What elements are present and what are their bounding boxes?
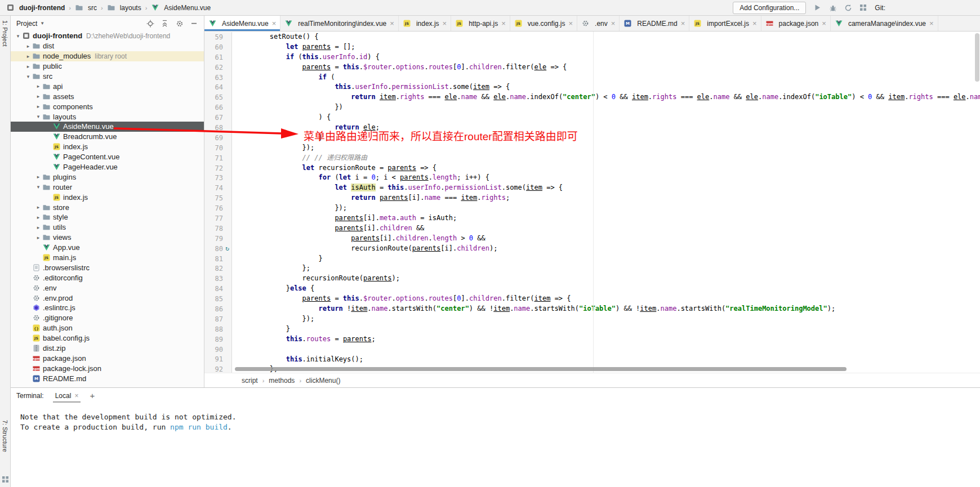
code-area[interactable]: 5960616263646566676869707172737475767778… [204, 32, 980, 373]
gutter-line-66[interactable]: 66 [204, 102, 231, 113]
tree-item-layouts[interactable]: ▾layouts [11, 111, 204, 122]
tree-item-pagecontent-vue[interactable]: PageContent.vue [11, 152, 204, 162]
editor-tab-env[interactable]: .env× [577, 16, 620, 31]
tree-item-readme-md[interactable]: MREADME.md [11, 373, 204, 383]
gutter-line-88[interactable]: 88 [204, 324, 231, 334]
close-icon[interactable]: × [752, 19, 757, 28]
chevron-down-icon[interactable]: ▾ [24, 74, 32, 79]
git-label[interactable]: Git: [875, 4, 885, 12]
editor-tab-realtimemonitoring-index-vue[interactable]: realTimeMonitoring\index.vue× [280, 16, 399, 31]
chevron-right-icon[interactable]: ▸ [24, 43, 32, 49]
tree-item-src[interactable]: ▾src [11, 72, 204, 82]
close-icon[interactable]: × [74, 392, 78, 400]
chevron-right-icon[interactable]: ▸ [34, 174, 42, 180]
gutter-line-78[interactable]: 78 [204, 224, 231, 234]
tree-item-components[interactable]: ▸components [11, 101, 204, 111]
chevron-right-icon[interactable]: ▸ [34, 104, 42, 109]
add-configuration-button[interactable]: Add Configuration... [733, 2, 806, 14]
gutter-line-85[interactable]: 85 [204, 294, 231, 304]
close-icon[interactable]: × [390, 19, 394, 28]
editor-breadcrumb-item-clickmenu[interactable]: clickMenu() [306, 377, 340, 385]
gutter-line-63[interactable]: 63 [204, 73, 231, 83]
terminal-tab-local[interactable]: Local× [53, 389, 81, 403]
chevron-down-icon[interactable]: ▾ [14, 33, 22, 39]
gutter-line-73[interactable]: 73 [204, 173, 231, 183]
gutter-line-90[interactable]: 90 [204, 345, 231, 355]
chevron-right-icon[interactable]: ▸ [34, 225, 42, 230]
editor-tab-importexcel-js[interactable]: JSimportExcel.js× [689, 16, 761, 31]
vertical-scrollbar[interactable] [975, 33, 979, 82]
tree-item-auth-json[interactable]: {}auth.json [11, 323, 204, 333]
hide-icon[interactable] [190, 19, 198, 28]
gutter-line-82[interactable]: 82 [204, 263, 231, 274]
tree-item-views[interactable]: ▸views [11, 233, 204, 243]
chevron-right-icon[interactable]: ▸ [34, 93, 42, 99]
gutter-line-83[interactable]: 83 [204, 274, 231, 284]
tree-item-pageheader-vue[interactable]: PageHeader.vue [11, 162, 204, 172]
editor-tab-readme-md[interactable]: MREADME.md× [620, 16, 689, 31]
tree-item-eslintrc-js[interactable]: .eslintrc.js [11, 303, 204, 313]
gutter-line-60[interactable]: 60 [204, 42, 231, 52]
project-view-selector[interactable]: Project ▼ [16, 20, 44, 28]
gutter-line-89[interactable]: 89 [204, 334, 231, 345]
tree-item-dist-zip[interactable]: dist.zip [11, 343, 204, 354]
tree-item-babel-config-js[interactable]: JSbabel.config.js [11, 333, 204, 343]
close-icon[interactable]: × [568, 19, 573, 28]
chevron-down-icon[interactable]: ▾ [34, 114, 42, 119]
chevron-right-icon[interactable]: ▸ [34, 235, 42, 240]
gutter-line-71[interactable]: 71 [204, 153, 231, 163]
tree-item-env-prod[interactable]: .env.prod [11, 293, 204, 303]
breadcrumb-item-duoji-frontend[interactable]: duoji-frontend [5, 3, 66, 12]
tree-item-style[interactable]: ▸style [11, 212, 204, 222]
tree-item-package-lock-json[interactable]: npmpackage-lock.json [11, 363, 204, 373]
gutter-line-79[interactable]: 79 [204, 234, 231, 244]
tree-item-package-json[interactable]: npmpackage.json [11, 354, 204, 364]
tool-window-button-7-structure[interactable]: 7: Structure [2, 420, 8, 452]
tree-item-app-vue[interactable]: App.vue [11, 243, 204, 253]
gutter-line-87[interactable]: 87 [204, 314, 231, 324]
close-icon[interactable]: × [681, 19, 685, 28]
sync-icon[interactable] [843, 3, 853, 12]
editor-tab-package-json[interactable]: npmpackage.json× [761, 16, 831, 31]
tree-item-store[interactable]: ▸store [11, 202, 204, 212]
editor-breadcrumb-item-script[interactable]: script [242, 377, 258, 385]
recursion-icon[interactable]: ↻ [223, 245, 231, 252]
tree-item-assets[interactable]: ▸assets [11, 91, 204, 101]
close-icon[interactable]: × [611, 19, 616, 28]
chevron-right-icon[interactable]: ▸ [24, 53, 32, 59]
play-icon[interactable] [813, 3, 822, 12]
breadcrumb-item-src[interactable]: src [73, 3, 99, 12]
tree-item-duoji-frontend[interactable]: ▾duoji-frontendD:\zheheWeb\duoji-fronten… [11, 31, 204, 41]
gutter-line-86[interactable]: 86 [204, 304, 231, 314]
close-icon[interactable]: × [272, 19, 277, 28]
grid-icon[interactable] [858, 3, 868, 12]
gutter-line-64[interactable]: 64 [204, 82, 231, 92]
tree-item-env[interactable]: .env [11, 283, 204, 293]
tree-item-asidemenu-vue[interactable]: AsideMenu.vue [11, 122, 204, 132]
gutter-line-75[interactable]: 75 [204, 193, 231, 203]
gutter-line-62[interactable]: 62 [204, 62, 231, 73]
gutter-line-72[interactable]: 72 [204, 163, 231, 173]
editor-tab-index-js[interactable]: JSindex.js× [399, 16, 451, 31]
collapse-all-icon[interactable] [161, 19, 169, 28]
gutter-line-70[interactable]: 70 [204, 143, 231, 153]
settings-icon[interactable] [175, 19, 184, 28]
tree-item-api[interactable]: ▸api [11, 81, 204, 91]
gutter-line-68[interactable]: 68 [204, 123, 231, 133]
chevron-right-icon[interactable]: ▸ [34, 215, 42, 220]
tree-item-gitignore[interactable]: .gitignore [11, 313, 204, 323]
chevron-down-icon[interactable]: ▾ [34, 184, 42, 190]
close-icon[interactable]: × [929, 19, 934, 28]
chevron-right-icon[interactable]: ▸ [34, 204, 42, 210]
tree-item-browserslistrc[interactable]: .browserslistrc [11, 262, 204, 272]
breadcrumb-item-asidemenu-vue[interactable]: AsideMenu.vue [149, 3, 212, 12]
gutter-line-65[interactable]: 65 [204, 92, 231, 102]
chevron-right-icon[interactable]: ▸ [34, 83, 42, 89]
gutter-line-80[interactable]: 80↻ [204, 244, 231, 254]
close-icon[interactable]: × [501, 19, 506, 28]
tree-item-plugins[interactable]: ▸plugins [11, 172, 204, 182]
tree-item-index-js[interactable]: JSindex.js [11, 142, 204, 152]
tool-switcher-icon[interactable] [2, 476, 9, 485]
horizontal-scrollbar[interactable] [235, 367, 847, 371]
gutter-line-76[interactable]: 76 [204, 203, 231, 213]
